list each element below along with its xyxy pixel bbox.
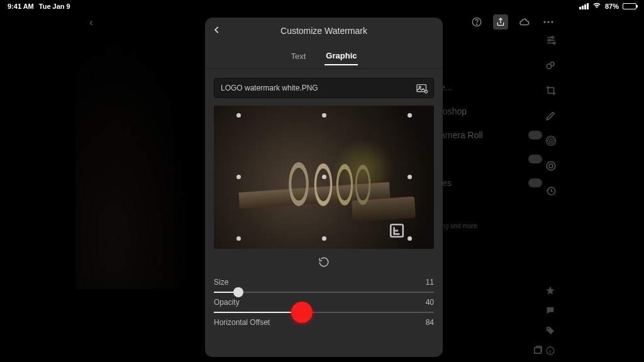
size-slider-track[interactable] [214, 292, 434, 293]
watermark-file-name: LOGO watermark white.PNG [221, 84, 318, 92]
help-icon[interactable] [469, 14, 484, 30]
stack-icon[interactable] [532, 344, 543, 358]
presets-icon[interactable] [545, 160, 557, 172]
svg-point-3 [547, 21, 549, 23]
status-bar: 9:41 AM Tue Jan 9 87% [0, 0, 644, 13]
bg-menu-item-3: amera Roll [440, 130, 483, 140]
opacity-value: 40 [426, 298, 434, 307]
svg-point-16 [548, 328, 549, 329]
battery-percent: 87% [605, 3, 619, 10]
watermark-logo-overlay[interactable] [389, 222, 405, 239]
watermark-file-picker[interactable]: LOGO watermark white.PNG [214, 78, 434, 98]
wifi-icon [592, 3, 601, 10]
anchor-mid-left[interactable] [236, 175, 241, 179]
more-icon[interactable] [541, 14, 556, 30]
star-icon[interactable] [545, 285, 557, 297]
svg-point-13 [547, 162, 555, 170]
customize-watermark-panel: Customize Watermark Text Graphic LOGO wa… [205, 18, 443, 357]
info-icon[interactable] [545, 346, 557, 357]
anchor-mid-center[interactable] [322, 175, 326, 179]
size-slider-thumb[interactable] [233, 287, 243, 297]
share-icon[interactable] [493, 14, 508, 30]
svg-point-7 [553, 42, 555, 44]
slider-size: Size 11 [214, 278, 434, 293]
background-photo [75, 38, 201, 289]
rotate-watermark-button[interactable] [205, 256, 443, 268]
watermark-type-tabs: Text Graphic [205, 44, 443, 69]
image-picker-icon [416, 84, 427, 92]
anchor-bot-left[interactable] [236, 236, 241, 241]
cloud-icon[interactable] [517, 14, 532, 30]
slider-horizontal-offset: Horizontal Offset 84 [214, 318, 434, 327]
size-label: Size [214, 278, 228, 287]
heal-icon[interactable] [545, 59, 557, 72]
bg-menu-item-2: toshop [440, 106, 467, 116]
adjust-icon[interactable] [545, 34, 557, 47]
radial-icon[interactable] [545, 134, 557, 147]
preview-image [336, 164, 353, 206]
size-value: 11 [426, 278, 434, 287]
hoff-label: Horizontal Offset [214, 318, 270, 327]
hoff-value: 84 [426, 318, 434, 327]
svg-point-2 [543, 21, 545, 23]
svg-point-4 [551, 21, 553, 23]
brush-icon[interactable] [545, 109, 557, 122]
panel-title: Customize Watermark [280, 26, 367, 36]
opacity-slider-track[interactable] [214, 312, 434, 313]
crop-icon[interactable] [545, 84, 557, 97]
preview-image [289, 162, 309, 206]
cellular-signal-icon [579, 3, 589, 9]
preview-image [314, 163, 333, 206]
anchor-top-right[interactable] [408, 113, 412, 118]
touch-indicator-icon [291, 302, 313, 323]
history-icon[interactable] [545, 185, 557, 197]
status-date: Tue Jan 9 [39, 3, 70, 10]
status-time: 9:41 AM [8, 3, 34, 10]
bottom-right-icon-group [532, 344, 543, 358]
battery-icon [623, 3, 636, 9]
tag-icon[interactable] [545, 326, 557, 337]
svg-point-10 [550, 140, 553, 143]
svg-point-14 [549, 164, 553, 168]
comment-icon[interactable] [545, 305, 557, 317]
right-tool-rail [538, 34, 564, 197]
svg-point-9 [550, 62, 554, 66]
anchor-bot-center[interactable] [322, 236, 326, 241]
svg-point-6 [548, 40, 550, 41]
svg-rect-18 [535, 348, 541, 353]
anchor-bot-right[interactable] [408, 236, 412, 241]
anchor-top-left[interactable] [236, 113, 241, 118]
background-export-menu: e... toshop amera Roll les ing and more [440, 75, 550, 229]
tab-graphic[interactable]: Graphic [325, 47, 358, 65]
panel-back-button[interactable] [213, 25, 221, 38]
back-chevron-icon[interactable]: ‹ [89, 16, 93, 29]
tab-text[interactable]: Text [290, 48, 308, 65]
bg-menu-note: ing and more [440, 222, 550, 229]
anchor-top-center[interactable] [322, 113, 326, 118]
svg-point-5 [552, 36, 553, 38]
watermark-preview[interactable] [214, 106, 434, 249]
slider-opacity: Opacity 40 [214, 298, 434, 313]
svg-point-1 [476, 24, 477, 25]
preview-image [355, 165, 370, 205]
svg-point-11 [548, 138, 555, 145]
anchor-mid-right[interactable] [408, 175, 412, 179]
opacity-label: Opacity [214, 298, 240, 307]
